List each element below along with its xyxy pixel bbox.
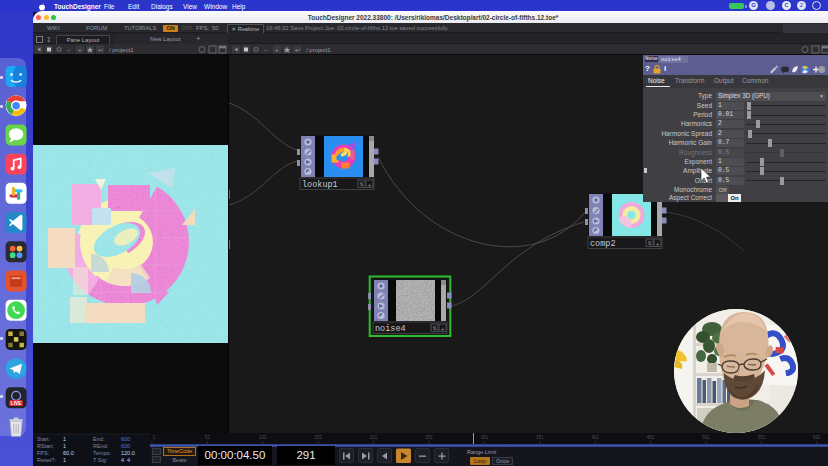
svg-text:301: 301 (481, 435, 489, 440)
svg-text:201: 201 (370, 435, 378, 440)
svg-text:101: 101 (259, 435, 267, 440)
svg-text:lookup1: lookup1 (302, 180, 338, 190)
svg-text:+: + (368, 182, 372, 189)
svg-text:551: 551 (758, 435, 766, 440)
svg-text:351: 351 (536, 435, 544, 440)
svg-text:601: 601 (813, 435, 821, 440)
svg-text:/ project1: / project1 (109, 47, 134, 53)
svg-text:/ project1: / project1 (306, 47, 331, 53)
svg-text:+: + (275, 47, 279, 53)
svg-text:51: 51 (205, 435, 211, 440)
svg-text:401: 401 (591, 435, 599, 440)
svg-text:↩: ↩ (98, 47, 103, 53)
svg-text:+: + (78, 47, 82, 53)
svg-text:501: 501 (702, 435, 710, 440)
svg-text:noise4: noise4 (375, 324, 406, 334)
svg-text:1: 1 (153, 435, 156, 440)
svg-text:451: 451 (647, 435, 655, 440)
svg-text:251: 251 (425, 435, 433, 440)
svg-text:LIVE: LIVE (11, 401, 21, 406)
svg-text:⇅: ⇅ (360, 182, 364, 188)
svg-text:⇅: ⇅ (648, 241, 652, 247)
svg-text:comp2: comp2 (590, 239, 616, 249)
svg-text:+: + (441, 326, 445, 333)
svg-text:↩: ↩ (295, 47, 300, 53)
svg-text:151: 151 (314, 435, 322, 440)
svg-text:⇅: ⇅ (433, 326, 437, 332)
svg-text:+: + (656, 241, 660, 248)
